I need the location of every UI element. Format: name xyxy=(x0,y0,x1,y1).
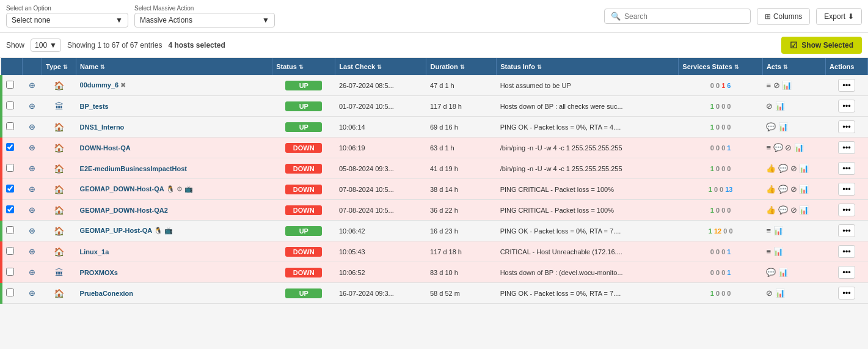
duration-cell: 47 d 1 h xyxy=(426,75,497,96)
host-link[interactable]: GEOMAP_DOWN-Host-QA2 xyxy=(80,207,168,214)
host-link[interactable]: BP_tests xyxy=(80,103,109,110)
show-selected-button[interactable]: ☑ Show Selected xyxy=(781,37,862,54)
row-checkbox[interactable] xyxy=(6,81,14,89)
expand-cell[interactable]: ⊕ xyxy=(22,75,42,96)
more-actions-button[interactable]: ••• xyxy=(838,204,855,216)
more-actions-button[interactable]: ••• xyxy=(838,100,855,112)
col-services-states[interactable]: Services States ⇅ xyxy=(679,58,763,75)
expand-cell[interactable]: ⊕ xyxy=(22,241,42,262)
row-checkbox[interactable] xyxy=(6,185,14,193)
expand-icon[interactable]: ⊕ xyxy=(29,143,35,152)
acts-cell: ≡ ⊘ 📊 xyxy=(762,75,825,96)
expand-icon[interactable]: ⊕ xyxy=(29,185,35,194)
host-link[interactable]: DOWN-Host-QA xyxy=(80,144,131,152)
status-badge: UP xyxy=(285,81,322,90)
host-link[interactable]: PruebaConexion xyxy=(80,290,133,297)
col-acts[interactable]: Acts ⇅ xyxy=(762,58,825,75)
services-states-cell: 0 0 1 6 xyxy=(679,75,763,96)
checkbox-cell[interactable] xyxy=(1,221,22,241)
checkbox-cell[interactable] xyxy=(1,241,22,262)
row-checkbox[interactable] xyxy=(6,205,14,213)
table-row: ⊕ 🏠 GEOMAP_DOWN-Host-QA2 DOWN 07-08-2024… xyxy=(1,200,868,221)
row-checkbox[interactable] xyxy=(6,247,14,255)
checkbox-cell[interactable] xyxy=(1,262,22,283)
more-actions-button[interactable]: ••• xyxy=(838,79,855,92)
host-link[interactable]: GEOMAP_UP-Host-QA xyxy=(80,227,153,234)
expand-icon[interactable]: ⊕ xyxy=(29,101,35,111)
type-cell: 🏠 xyxy=(42,221,76,241)
col-status[interactable]: Status ⇅ xyxy=(272,58,335,75)
checkbox-cell[interactable] xyxy=(1,200,22,221)
last-check-cell: 10:06:42 xyxy=(335,221,426,241)
expand-cell[interactable]: ⊕ xyxy=(22,158,42,179)
per-page-dropdown[interactable]: 100 ▼ xyxy=(31,39,61,52)
row-checkbox[interactable] xyxy=(6,226,14,234)
checkbox-cell[interactable] xyxy=(1,138,22,158)
expand-cell[interactable]: ⊕ xyxy=(22,283,42,304)
export-icon: ⬇ xyxy=(848,12,854,21)
col-last-check[interactable]: Last Check ⇅ xyxy=(335,58,426,75)
col-status-info[interactable]: Status Info ⇅ xyxy=(497,58,679,75)
expand-icon[interactable]: ⊕ xyxy=(29,164,35,173)
last-check-cell: 10:06:19 xyxy=(335,138,426,158)
act-icons: 👍 💬 ⊘ 📊 xyxy=(766,164,822,173)
services-states-cell: 1 0 0 0 xyxy=(679,158,763,179)
host-link[interactable]: Linux_1a xyxy=(80,248,109,255)
checkbox-cell[interactable] xyxy=(1,283,22,304)
expand-icon[interactable]: ⊕ xyxy=(29,122,35,131)
expand-cell[interactable]: ⊕ xyxy=(22,262,42,283)
select-option-group: Select an Option Select none ▼ xyxy=(6,5,128,28)
status-info-cell: CRITICAL - Host Unreachable (172.16.... xyxy=(497,241,679,262)
expand-icon[interactable]: ⊕ xyxy=(29,226,35,235)
checkbox-cell[interactable] xyxy=(1,75,22,96)
expand-cell[interactable]: ⊕ xyxy=(22,200,42,221)
checkbox-cell[interactable] xyxy=(1,158,22,179)
more-actions-button[interactable]: ••• xyxy=(838,266,855,279)
host-link[interactable]: DNS1_Interno xyxy=(80,123,125,131)
expand-cell[interactable]: ⊕ xyxy=(22,221,42,241)
col-name[interactable]: Name ⇅ xyxy=(76,58,272,75)
checkbox-cell[interactable] xyxy=(1,179,22,200)
more-actions-button[interactable]: ••• xyxy=(838,162,855,175)
row-checkbox[interactable] xyxy=(6,164,14,172)
type-host-icon: 🏠 xyxy=(54,226,64,236)
expand-icon[interactable]: ⊕ xyxy=(29,205,35,215)
expand-icon[interactable]: ⊕ xyxy=(29,268,35,277)
search-input[interactable] xyxy=(624,12,744,21)
expand-icon[interactable]: ⊕ xyxy=(29,288,35,298)
col-type[interactable]: Type ⇅ xyxy=(42,58,76,75)
more-actions-button[interactable]: ••• xyxy=(838,245,855,258)
expand-cell[interactable]: ⊕ xyxy=(22,96,42,117)
host-link[interactable]: GEOMAP_DOWN-Host-QA xyxy=(80,185,164,193)
more-actions-button[interactable]: ••• xyxy=(838,287,855,299)
expand-cell[interactable]: ⊕ xyxy=(22,138,42,158)
select-option-dropdown[interactable]: Select none ▼ xyxy=(6,13,128,28)
row-checkbox[interactable] xyxy=(6,122,14,130)
host-link[interactable]: E2E-mediumBusinessImpactHost xyxy=(80,165,187,172)
type-cell: 🏠 xyxy=(42,283,76,304)
row-checkbox[interactable] xyxy=(6,143,14,151)
row-checkbox[interactable] xyxy=(6,268,14,276)
expand-icon[interactable]: ⊕ xyxy=(29,247,35,256)
more-actions-button[interactable]: ••• xyxy=(838,141,855,154)
checkbox-cell[interactable] xyxy=(1,117,22,138)
row-checkbox[interactable] xyxy=(6,101,14,109)
checkbox-cell[interactable] xyxy=(1,96,22,117)
host-link[interactable]: 00dummy_6 xyxy=(80,81,119,89)
status-info-cell: PING OK - Packet loss = 0%, RTA = 4.... xyxy=(497,117,679,138)
columns-button[interactable]: ⊞ Columns xyxy=(757,8,810,25)
more-actions-button[interactable]: ••• xyxy=(838,224,855,237)
svc-warn: 0 xyxy=(716,103,720,110)
row-checkbox[interactable] xyxy=(6,288,14,296)
massive-action-dropdown[interactable]: Massive Actions ▼ xyxy=(134,13,275,28)
export-button[interactable]: Export ⬇ xyxy=(816,8,862,25)
host-link[interactable]: PROXMOXs xyxy=(80,269,118,276)
col-duration[interactable]: Duration ⇅ xyxy=(426,58,497,75)
extra-icons: 🐧 ⚙ 📺 xyxy=(166,185,193,193)
expand-cell[interactable]: ⊕ xyxy=(22,179,42,200)
expand-cell[interactable]: ⊕ xyxy=(22,117,42,138)
col-expand xyxy=(22,58,42,75)
more-actions-button[interactable]: ••• xyxy=(838,183,855,196)
expand-icon[interactable]: ⊕ xyxy=(29,81,35,90)
more-actions-button[interactable]: ••• xyxy=(838,120,855,133)
